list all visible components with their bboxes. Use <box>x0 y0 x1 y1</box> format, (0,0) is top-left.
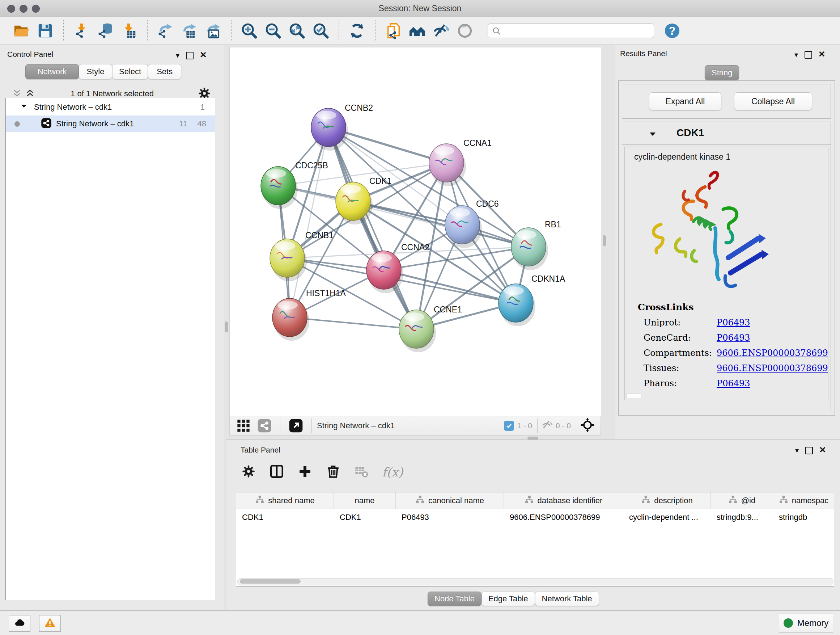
cell[interactable]: CDK1 <box>236 509 334 525</box>
tab-style[interactable]: Style <box>79 64 112 79</box>
network-type-icon <box>41 118 52 130</box>
hide-selected-icon[interactable] <box>432 22 450 40</box>
node-CCNA1[interactable] <box>429 144 466 186</box>
save-session-icon[interactable] <box>36 22 54 40</box>
tab-select[interactable]: Select <box>112 64 148 79</box>
zoom-in-icon[interactable] <box>240 22 258 40</box>
zoom-fit-content-icon[interactable] <box>288 22 306 40</box>
cloud-button[interactable] <box>9 615 30 632</box>
tab-edge-table[interactable]: Edge Table <box>482 592 535 606</box>
column-header-description[interactable]: description <box>623 492 711 509</box>
tree-expand-icon[interactable] <box>20 103 27 111</box>
create-column-icon[interactable] <box>297 464 313 480</box>
node-HIST1H1A[interactable] <box>272 298 309 340</box>
refresh-view-icon[interactable] <box>348 22 366 40</box>
network-collection-row[interactable]: String Network – cdk1 1 <box>6 99 215 116</box>
edge-CDK1-RB1[interactable] <box>353 201 529 247</box>
open-in-new-window-icon[interactable] <box>289 418 303 433</box>
import-network-from-file-icon[interactable] <box>73 22 90 40</box>
crosslink-link[interactable]: P06493 <box>717 333 750 343</box>
network-share-icon[interactable] <box>257 418 272 433</box>
import-network-from-database-icon[interactable] <box>96 22 114 40</box>
edge-CCNB2-CCNE1[interactable] <box>328 127 416 329</box>
crosslinks-section: CrossLinks Uniprot:P06493GeneCard:P06493… <box>638 302 828 388</box>
crosslink-label: Tissues: <box>638 363 717 373</box>
column-header-@id[interactable]: @id <box>711 492 773 509</box>
tab-network[interactable]: Network <box>25 64 79 79</box>
tab-string[interactable]: String <box>705 65 739 80</box>
grid-view-icon[interactable] <box>236 418 251 433</box>
left-splitter-handle[interactable] <box>225 321 228 333</box>
node-count: 11 <box>179 119 187 128</box>
collapse-section-icon[interactable] <box>648 130 657 140</box>
cell[interactable]: cyclin-dependent ... <box>623 509 711 525</box>
column-header-namespac[interactable]: namespac <box>773 492 834 509</box>
crosslinks-title: CrossLinks <box>638 302 828 312</box>
node-CCNE1[interactable] <box>399 310 436 352</box>
network-view-canvas[interactable]: CCNB2CCNA1CDC25BCDK1CDC6RB1CCNB1CCNA2CDK… <box>229 47 601 416</box>
column-header-canonical-name[interactable]: canonical name <box>396 492 504 509</box>
float-panel-icon[interactable]: ▾ <box>795 447 799 454</box>
help-icon[interactable]: ? <box>663 22 681 40</box>
tab-node-table[interactable]: Node Table <box>428 592 482 606</box>
column-header-shared-name[interactable]: shared name <box>236 492 334 509</box>
node-table[interactable]: shared namenamecanonical namedatabase id… <box>236 492 834 587</box>
node-RB1[interactable] <box>511 228 548 270</box>
cell[interactable]: stringdb <box>773 509 834 525</box>
network-selection-status: 1 of 1 Network selected <box>0 89 224 98</box>
table-hscrollbar[interactable] <box>237 578 834 585</box>
selected-nodes-checkbox[interactable] <box>504 421 514 431</box>
results-scrollbar-thumb[interactable] <box>626 393 641 398</box>
node-CDK1[interactable] <box>336 182 373 225</box>
network-row[interactable]: String Network – cdk1 1148 <box>6 116 215 132</box>
close-panel-icon[interactable]: × <box>819 49 825 59</box>
cell[interactable]: stringdb:9... <box>711 509 773 525</box>
float-panel-icon[interactable]: ▾ <box>176 52 180 59</box>
export-network-icon[interactable] <box>156 22 174 40</box>
node-CCNB2[interactable] <box>311 108 348 150</box>
collapse-all-button[interactable]: Collapse All <box>734 92 812 111</box>
delete-column-icon[interactable] <box>325 464 341 480</box>
node-CDKN1A[interactable] <box>499 284 535 326</box>
show-columns-icon[interactable] <box>269 464 284 480</box>
right-splitter-handle[interactable] <box>603 235 606 246</box>
crosslink-link[interactable]: P06493 <box>717 318 750 328</box>
cell[interactable]: CDK1 <box>334 509 396 525</box>
column-header-database-identifier[interactable]: database identifier <box>504 492 623 509</box>
float-panel-icon[interactable]: ▾ <box>794 51 798 58</box>
undock-panel-icon[interactable] <box>805 447 813 454</box>
zoom-out-icon[interactable] <box>264 22 282 40</box>
crosslink-link[interactable]: 9606.ENSP00000378699 <box>717 363 828 373</box>
zoom-selected-icon[interactable] <box>312 22 330 40</box>
expand-all-button[interactable]: Expand All <box>649 92 722 111</box>
crosslink-link[interactable]: 9606.ENSP00000378699 <box>717 348 828 358</box>
close-panel-icon[interactable]: × <box>200 49 207 60</box>
protein-card-header[interactable]: CDK1 <box>622 122 831 145</box>
export-table-icon[interactable] <box>180 22 198 40</box>
node-CDC25B[interactable] <box>261 166 298 209</box>
table-options-icon[interactable] <box>241 464 256 480</box>
network-document-icon[interactable] <box>385 22 402 40</box>
node-CCNA2[interactable] <box>366 251 403 293</box>
cell[interactable]: 9606.ENSP00000378699 <box>504 509 623 525</box>
network-graph[interactable]: CCNB2CCNA1CDC25BCDK1CDC6RB1CCNB1CCNA2CDK… <box>230 48 601 416</box>
table-hscrollbar-thumb[interactable] <box>240 579 301 584</box>
tab-network-table[interactable]: Network Table <box>535 592 599 606</box>
birdseye-toggle-icon[interactable] <box>580 418 595 434</box>
undock-panel-icon[interactable] <box>186 52 194 59</box>
tab-sets[interactable]: Sets <box>148 64 181 79</box>
export-image-icon[interactable] <box>204 22 222 40</box>
toggle-sphere-icon[interactable] <box>456 22 474 40</box>
import-table-from-file-icon[interactable] <box>120 22 138 40</box>
show-graphics-details-icon[interactable] <box>409 22 426 40</box>
close-panel-icon[interactable]: × <box>819 444 826 455</box>
undock-panel-icon[interactable] <box>805 51 812 59</box>
column-header-name[interactable]: name <box>334 492 396 509</box>
memory-button[interactable]: Memory <box>779 614 833 632</box>
crosslink-link[interactable]: P06493 <box>717 378 750 388</box>
warning-button[interactable] <box>39 615 61 632</box>
open-session-icon[interactable] <box>13 22 30 40</box>
cell[interactable]: P06493 <box>396 509 504 525</box>
protein-name: CDK1 <box>676 127 704 139</box>
search-input[interactable] <box>488 24 654 38</box>
